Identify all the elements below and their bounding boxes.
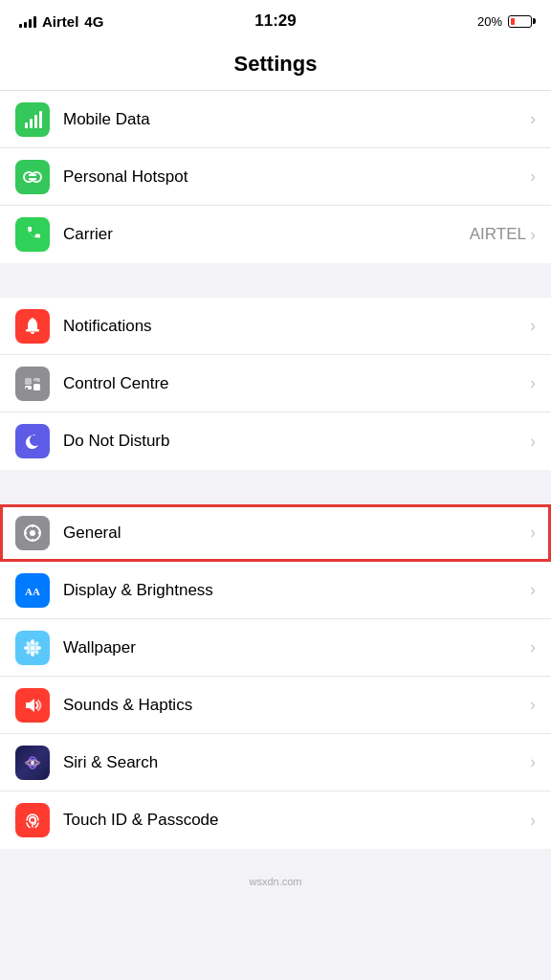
row-siri-search[interactable]: Siri & Search › (0, 734, 551, 791)
siri-chevron: › (530, 752, 536, 772)
status-time: 11:29 (254, 11, 296, 31)
svg-point-28 (35, 646, 41, 650)
row-general[interactable]: General › (0, 504, 551, 562)
carrier-chevron: › (530, 225, 536, 245)
carrier-label: Carrier (63, 225, 470, 244)
section-notifications: Notifications › Control Centre › (0, 298, 551, 470)
row-control-centre[interactable]: Control Centre › (0, 355, 551, 412)
svg-rect-11 (25, 378, 32, 385)
row-touch-id[interactable]: Touch ID & Passcode › (0, 791, 551, 849)
dnd-icon (15, 424, 50, 458)
battery-fill (511, 18, 515, 25)
row-mobile-data[interactable]: Mobile Data › (0, 91, 551, 148)
svg-point-16 (34, 380, 37, 383)
wallpaper-label: Wallpaper (63, 638, 530, 657)
svg-marker-33 (26, 699, 34, 712)
svg-point-15 (26, 387, 29, 390)
mobile-data-label: Mobile Data (63, 110, 530, 129)
mobile-data-chevron: › (530, 109, 536, 129)
hotspot-icon (15, 160, 50, 194)
siri-label: Siri & Search (63, 753, 530, 772)
svg-point-27 (24, 646, 30, 650)
svg-rect-1 (30, 119, 33, 128)
svg-rect-2 (34, 115, 37, 128)
touch-id-chevron: › (530, 811, 536, 831)
bottom-spacer (0, 849, 551, 868)
carrier-name: Airtel (42, 13, 78, 30)
sounds-chevron: › (530, 695, 536, 715)
svg-rect-14 (33, 384, 40, 390)
row-display-brightness[interactable]: AA Display & Brightness › (0, 562, 551, 619)
status-right: 20% (477, 14, 532, 29)
svg-rect-3 (39, 111, 42, 128)
row-wallpaper[interactable]: Wallpaper › (0, 619, 551, 677)
sounds-label: Sounds & Haptics (63, 696, 530, 715)
battery-icon (508, 15, 532, 28)
row-personal-hotspot[interactable]: Personal Hotspot › (0, 148, 551, 206)
status-bar: Airtel 4G 11:29 20% (0, 0, 551, 42)
status-left: Airtel 4G (19, 13, 103, 30)
control-centre-chevron: › (530, 373, 536, 393)
page-title-bar: Settings (0, 42, 551, 91)
siri-icon (15, 746, 50, 780)
general-icon (15, 516, 50, 550)
signal-bars (19, 14, 36, 28)
row-sounds-haptics[interactable]: Sounds & Haptics › (0, 677, 551, 734)
touch-id-label: Touch ID & Passcode (63, 811, 530, 830)
display-icon: AA (15, 573, 50, 608)
dnd-chevron: › (530, 432, 536, 452)
notifications-icon (15, 309, 50, 344)
svg-point-24 (31, 645, 35, 650)
notifications-chevron: › (530, 316, 536, 336)
sounds-icon (15, 688, 50, 723)
section-general-group: General › AA Display & Brightness › (0, 504, 551, 849)
display-label: Display & Brightness (63, 581, 530, 600)
svg-point-25 (31, 639, 34, 645)
control-centre-label: Control Centre (63, 374, 530, 393)
general-chevron: › (530, 523, 536, 543)
svg-rect-0 (25, 122, 28, 128)
row-carrier[interactable]: Carrier AIRTEL › (0, 206, 551, 263)
svg-text:AA: AA (25, 586, 40, 597)
carrier-icon (15, 217, 50, 252)
hotspot-label: Personal Hotspot (63, 167, 530, 187)
page-title: Settings (15, 52, 536, 77)
notifications-label: Notifications (63, 317, 530, 336)
carrier-value: AIRTEL (470, 225, 526, 244)
svg-point-38 (31, 761, 34, 765)
row-do-not-disturb[interactable]: Do Not Disturb › (0, 412, 551, 470)
battery-percent-text: 20% (477, 14, 502, 29)
network-type: 4G (84, 13, 103, 30)
general-label: General (63, 523, 530, 543)
svg-point-18 (30, 530, 35, 536)
display-chevron: › (530, 580, 536, 600)
svg-point-26 (31, 651, 34, 657)
section-network: Mobile Data › Personal Hotspot › Carrier… (0, 91, 551, 263)
hotspot-chevron: › (530, 167, 536, 187)
wallpaper-chevron: › (530, 637, 536, 657)
dnd-label: Do Not Disturb (63, 432, 530, 451)
watermark: wsxdn.com (0, 868, 551, 891)
mobile-data-icon (15, 102, 50, 137)
separator-2 (0, 470, 551, 504)
separator-1 (0, 263, 551, 298)
touch-id-icon (15, 803, 50, 837)
control-centre-icon (15, 367, 50, 401)
wallpaper-icon (15, 631, 50, 665)
row-notifications[interactable]: Notifications › (0, 298, 551, 355)
